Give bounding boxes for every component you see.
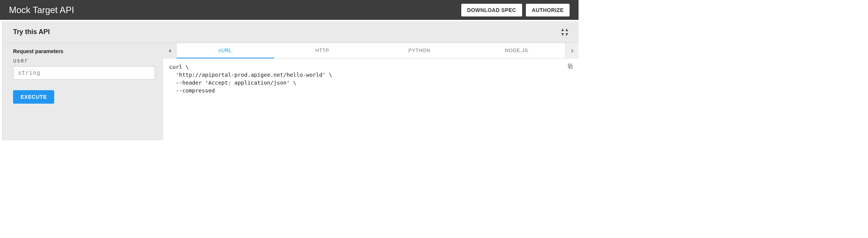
authorize-button[interactable]: AUTHORIZE xyxy=(526,4,570,16)
chevron-right-icon xyxy=(569,48,575,54)
app-header: Mock Target API DOWNLOAD SPEC AUTHORIZE xyxy=(0,0,579,20)
collapse-icon[interactable] xyxy=(561,29,568,36)
svg-rect-1 xyxy=(568,64,571,67)
request-column: Request parameters user EXECUTE xyxy=(3,43,163,140)
tabs-scroll-right-button[interactable] xyxy=(565,43,579,59)
tab-curl[interactable]: cURL xyxy=(177,43,274,58)
code-tabs: cURL HTTP PYTHON NODE.JS xyxy=(177,43,565,59)
param-name-user: user xyxy=(13,57,153,64)
code-snippet[interactable]: curl \ 'http://apiportal-prod.apigee.net… xyxy=(169,63,573,95)
chevron-left-icon xyxy=(167,48,173,54)
header-actions: DOWNLOAD SPEC AUTHORIZE xyxy=(461,4,570,16)
tab-nodejs[interactable]: NODE.JS xyxy=(468,43,565,58)
svg-rect-0 xyxy=(569,65,572,68)
tab-http[interactable]: HTTP xyxy=(274,43,371,58)
request-parameters-label: Request parameters xyxy=(13,48,153,54)
execute-button[interactable]: EXECUTE xyxy=(13,90,54,104)
page-title: Mock Target API xyxy=(9,5,74,15)
code-tabs-row: cURL HTTP PYTHON NODE.JS xyxy=(163,43,579,59)
code-sample-column: cURL HTTP PYTHON NODE.JS curl \ 'http://… xyxy=(163,43,579,140)
tabs-scroll-left-button[interactable] xyxy=(163,43,177,59)
panel-header: Try this API xyxy=(3,21,579,43)
panel-title: Try this API xyxy=(13,28,50,36)
code-snippet-area: curl \ 'http://apiportal-prod.apigee.net… xyxy=(163,59,579,140)
download-spec-button[interactable]: DOWNLOAD SPEC xyxy=(461,4,522,16)
tab-python[interactable]: PYTHON xyxy=(371,43,468,58)
copy-icon[interactable] xyxy=(567,63,573,69)
panel-body: Request parameters user EXECUTE cURL HTT… xyxy=(3,43,579,140)
param-input-user[interactable] xyxy=(13,66,155,80)
try-api-panel: Try this API Request parameters user EXE… xyxy=(2,21,579,140)
